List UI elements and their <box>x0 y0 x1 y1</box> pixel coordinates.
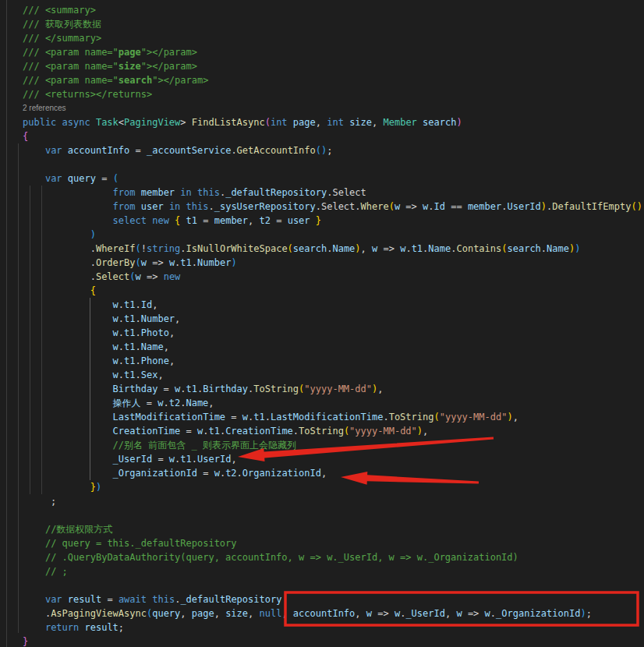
code-line[interactable]: 操作人 = w.t2.Name, <box>23 396 642 410</box>
code-token: . <box>136 299 141 310</box>
code-token: var <box>45 594 62 605</box>
code-token: { <box>23 131 28 142</box>
code-token: . <box>405 243 411 254</box>
code-token: _defaultRepository <box>225 187 327 198</box>
code-line[interactable]: .Select(w => new <box>23 270 642 284</box>
code-token: w <box>242 412 248 422</box>
code-token: ; <box>327 145 332 156</box>
code-line[interactable]: } <box>23 635 642 647</box>
code-line[interactable]: public async Task<PagingView> FindListAs… <box>23 115 642 129</box>
code-token: t1 <box>124 355 135 366</box>
code-line[interactable]: w.t1.Name, <box>23 340 642 354</box>
code-token: ) <box>507 412 512 422</box>
code-line[interactable]: w.t1.Sex, <box>23 368 642 382</box>
code-token: . <box>428 201 433 212</box>
code-token: , <box>355 608 366 619</box>
code-token: , <box>316 117 327 128</box>
code-line[interactable]: //数据权限方式 <box>23 522 642 536</box>
code-line[interactable]: var query = ( <box>23 171 642 186</box>
code-token: page <box>119 47 141 58</box>
code-line[interactable]: w.t1.Phone, <box>23 354 642 368</box>
codelens-references[interactable]: 2 references <box>23 101 642 115</box>
code-line[interactable]: var accountInfo = _accountService.GetAcc… <box>23 143 642 157</box>
code-token: . <box>136 327 141 338</box>
code-line[interactable]: from user in this._sysUserRepository.Sel… <box>23 200 642 214</box>
code-token: => <box>372 608 395 619</box>
code-token: w <box>113 369 119 380</box>
code-token: , <box>361 243 372 254</box>
code-line[interactable]: //别名 前面包含 _ 则表示界面上会隐藏列 <box>23 438 642 452</box>
code-token: _OrganizationId <box>496 608 580 619</box>
code-token: ( <box>136 243 141 254</box>
code-token: . <box>192 454 197 465</box>
code-token: "yyyy-MM-dd" <box>349 426 417 437</box>
code-line[interactable]: ) <box>23 228 642 242</box>
code-line[interactable]: // .QueryByDataAuthority(query, accountI… <box>23 550 642 564</box>
code-token <box>23 552 45 563</box>
code-line[interactable]: from member in this._defaultRepository.S… <box>23 186 642 200</box>
code-token: , <box>152 299 157 310</box>
code-token: ) <box>456 117 462 128</box>
code-token: . <box>23 608 51 619</box>
code-token: , <box>513 412 518 422</box>
code-token: int <box>327 117 344 128</box>
code-token: w <box>113 299 119 310</box>
code-token: , <box>248 215 259 226</box>
code-token: ) <box>541 201 547 212</box>
code-token: Id <box>434 201 445 212</box>
code-line[interactable]: w.t1.Number, <box>23 312 642 326</box>
code-line[interactable]: /// <param name="search"></param> <box>23 73 642 87</box>
code-token: Where <box>361 201 389 212</box>
code-line[interactable]: /// <param name="page"></param> <box>23 45 642 59</box>
code-line[interactable]: return result; <box>23 620 642 635</box>
code-token: _defaultRepository <box>180 594 281 605</box>
code-line[interactable]: w.t1.Id, <box>23 298 642 312</box>
code-line[interactable]: .AsPagingViewAsync(query, page, size, nu… <box>23 606 642 620</box>
code-token: ! <box>141 243 147 254</box>
code-line[interactable]: _OrganizationId = w.t2.OrganizationId, <box>23 466 642 480</box>
code-token: Select <box>96 271 129 282</box>
code-line[interactable] <box>23 578 642 592</box>
code-token: /// </summary> <box>23 33 101 44</box>
code-line[interactable]: w.t1.Photo, <box>23 326 642 340</box>
code-line[interactable] <box>23 157 642 171</box>
code-line[interactable]: /// <param name="size"></param> <box>23 59 642 73</box>
code-line[interactable]: Birthday = w.t1.Birthday.ToString("yyyy-… <box>23 382 642 396</box>
code-token: . <box>265 412 271 422</box>
code-line[interactable]: { <box>23 129 642 143</box>
code-token: . <box>119 313 124 324</box>
code-line[interactable]: var result = await this._defaultReposito… <box>23 592 642 606</box>
code-line[interactable]: _UserId = w.t1.UserId, <box>23 452 642 466</box>
code-token: w <box>169 454 175 465</box>
code-token: _UserId <box>113 454 153 465</box>
code-line[interactable]: /// <returns></returns> <box>23 87 642 101</box>
code-line[interactable]: .OrderBy(w => w.t1.Number) <box>23 256 642 270</box>
code-token: ( <box>288 243 293 254</box>
code-line[interactable]: // ; <box>23 564 642 578</box>
code-line[interactable]: select new { t1 = member, t2 = user } <box>23 214 642 228</box>
code-line[interactable]: { <box>23 284 642 298</box>
code-token: // .QueryByDataAuthority(query, accountI… <box>45 552 518 563</box>
code-line[interactable]: /// <summary> <box>23 3 642 17</box>
code-token: = <box>157 384 175 394</box>
code-token <box>62 173 68 184</box>
code-line[interactable]: /// 获取列表数据 <box>23 17 642 31</box>
code-line[interactable]: LastModificationTime = w.t1.LastModifica… <box>23 410 642 424</box>
code-token: PagingView <box>124 117 180 128</box>
code-line[interactable] <box>23 508 642 522</box>
code-token: Birthday <box>203 384 248 394</box>
code-token: } <box>90 482 96 493</box>
code-line[interactable]: }) <box>23 480 642 494</box>
code-line[interactable]: // query = this._defaultRepository <box>23 536 642 550</box>
code-token: . <box>192 257 197 268</box>
code-token: ToString <box>389 412 434 422</box>
code-token: ToString <box>253 384 299 394</box>
code-line[interactable]: CreationTime = w.t1.CreationTime.ToStrin… <box>23 424 642 438</box>
code-line[interactable]: .WhereIf(!string.IsNullOrWhiteSpace(sear… <box>23 242 642 256</box>
code-token: // query = this._defaultRepository <box>45 538 237 549</box>
code-token: ) <box>417 426 423 437</box>
code-token: w <box>113 355 119 366</box>
code-line[interactable]: /// </summary> <box>23 31 642 45</box>
code-line[interactable]: ; <box>23 494 642 508</box>
code-token: accountInfo <box>293 608 355 619</box>
